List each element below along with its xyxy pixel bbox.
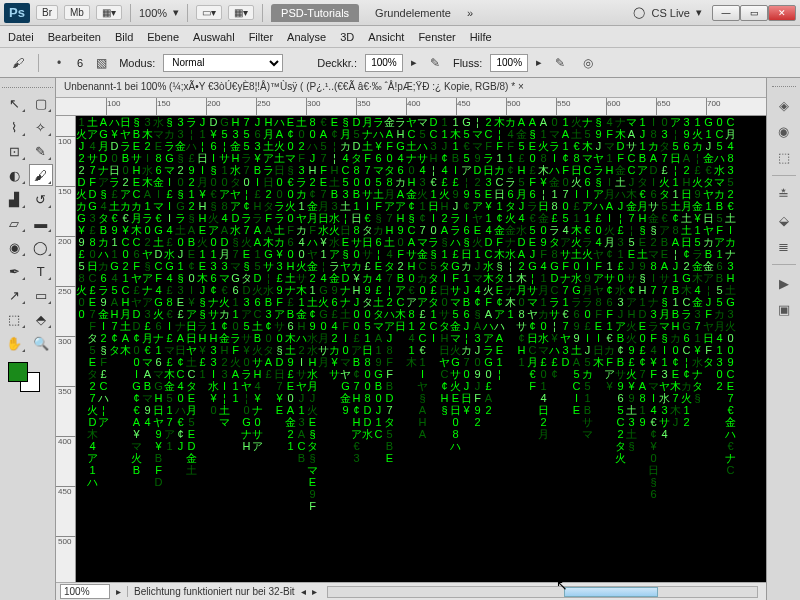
horizontal-scrollbar[interactable] xyxy=(327,586,758,598)
type-tool[interactable]: T xyxy=(29,260,54,282)
flow-flyout-icon[interactable]: ▸ xyxy=(536,56,542,69)
opacity-input[interactable] xyxy=(365,54,403,72)
fg-color-swatch[interactable] xyxy=(8,362,28,382)
screen-mode-icon[interactable]: ▭▾ xyxy=(196,5,222,20)
cslive-label[interactable]: CS Live xyxy=(651,7,690,19)
dodge-tool[interactable]: ◯ xyxy=(29,236,54,258)
menu-analyse[interactable]: Analyse xyxy=(287,31,326,43)
tool-preset-icon[interactable]: 🖌 xyxy=(8,53,28,73)
arrange-icon[interactable]: ▦▾ xyxy=(96,5,122,20)
gradient-tool[interactable]: ▬ xyxy=(29,212,54,234)
history-brush-tool[interactable]: ↺ xyxy=(29,188,54,210)
styles-panel-icon[interactable]: ≣ xyxy=(772,234,796,258)
lasso-tool[interactable]: ⌇ xyxy=(2,116,27,138)
panel-grip[interactable] xyxy=(772,82,796,87)
status-message: Belichtung funktioniert nur bei 32-Bit xyxy=(127,586,295,597)
ruler-vertical[interactable]: 100150200250300350400450500 xyxy=(56,116,76,582)
brush-tool[interactable]: 🖌 xyxy=(29,164,54,186)
actions-panel-icon[interactable]: ▣ xyxy=(772,297,796,321)
menu-edit[interactable]: Bearbeiten xyxy=(48,31,101,43)
menu-view[interactable]: Ansicht xyxy=(368,31,404,43)
menu-bar: Datei Bearbeiten Bild Ebene Auswahl Filt… xyxy=(0,26,800,48)
menu-filter[interactable]: Filter xyxy=(249,31,273,43)
healing-brush-tool[interactable]: ◐ xyxy=(2,164,27,186)
airbrush-icon[interactable]: ✎ xyxy=(550,53,570,73)
tab-psd-tutorials[interactable]: PSD-Tutorials xyxy=(271,4,359,22)
zoom-readout[interactable]: 100% xyxy=(139,7,167,19)
canvas[interactable]: 1火 J 2 2 D 火 カ G ¥ 9£5 8火0 0 土ア4サ7FDG3£8… xyxy=(76,116,766,582)
magic-wand-tool[interactable]: ✧ xyxy=(29,116,54,138)
tab-grundelemente[interactable]: Grundelemente xyxy=(365,4,461,22)
pressure-opacity-icon[interactable]: ✎ xyxy=(425,53,445,73)
close-button[interactable]: ✕ xyxy=(768,5,796,21)
brush-preset-icon[interactable]: • xyxy=(49,53,69,73)
app-logo[interactable]: Ps xyxy=(4,3,30,23)
status-zoom[interactable]: 100% xyxy=(60,584,110,599)
brush-size: 6 xyxy=(77,57,83,69)
eraser-tool[interactable]: ▱ xyxy=(2,212,27,234)
menu-file[interactable]: Datei xyxy=(8,31,34,43)
status-scroll-right-icon[interactable]: ▸ xyxy=(312,586,317,597)
toolbox: ↖ ▢ ⌇ ✧ ⊡ ✎ ◐ 🖌 ▟ ↺ ▱ ▬ ◉ ◯ ✒ T ↗ ▭ ⬚ ⬘ … xyxy=(0,78,56,600)
blend-mode-select[interactable]: Normal xyxy=(163,54,283,72)
menu-help[interactable]: Hilfe xyxy=(470,31,492,43)
status-nav-icon[interactable]: ▸ xyxy=(116,586,121,597)
marquee-tool[interactable]: ▢ xyxy=(29,92,54,114)
right-panel-dock: ◈ ◉ ⬚ ≛ ⬙ ≣ ▶ ▣ xyxy=(766,78,800,600)
adjustments-panel-icon[interactable]: ≛ xyxy=(772,182,796,206)
status-scroll-left-icon[interactable]: ◂ xyxy=(301,586,306,597)
ruler-horizontal[interactable]: 100150200250300350400450500550600650700 xyxy=(56,98,766,116)
3d-camera-tool[interactable]: ⬘ xyxy=(29,308,54,330)
more-tabs-icon[interactable]: » xyxy=(467,7,473,19)
masks-panel-icon[interactable]: ⬙ xyxy=(772,208,796,232)
layers-panel-icon[interactable]: ◈ xyxy=(772,93,796,117)
modus-label: Modus: xyxy=(119,57,155,69)
title-bar: Ps Br Mb ▦▾ 100%▾ ▭▾ ▦▾ PSD-Tutorials Gr… xyxy=(0,0,800,26)
document-area: Unbenannt-1 bei 100% (¼;xÃ•Y €3òÚ€yÈ8¦!Å… xyxy=(56,78,766,600)
opacity-flyout-icon[interactable]: ▸ xyxy=(411,56,417,69)
channels-panel-icon[interactable]: ◉ xyxy=(772,119,796,143)
minibridge-button[interactable]: Mb xyxy=(64,5,90,20)
bridge-button[interactable]: Br xyxy=(36,5,58,20)
maximize-button[interactable]: ▭ xyxy=(740,5,768,21)
path-select-tool[interactable]: ↗ xyxy=(2,284,27,306)
brush-panel-icon[interactable]: ▧ xyxy=(91,53,111,73)
blur-tool[interactable]: ◉ xyxy=(2,236,27,258)
tablet-pressure-icon[interactable]: ◎ xyxy=(578,53,598,73)
minimize-button[interactable]: — xyxy=(712,5,740,21)
color-swatches[interactable] xyxy=(2,362,53,392)
pen-tool[interactable]: ✒ xyxy=(2,260,27,282)
crop-tool[interactable]: ⊡ xyxy=(2,140,27,162)
shape-tool[interactable]: ▭ xyxy=(29,284,54,306)
menu-image[interactable]: Bild xyxy=(115,31,133,43)
toolbox-grip[interactable] xyxy=(2,82,53,88)
flow-label: Fluss: xyxy=(453,57,482,69)
menu-select[interactable]: Auswahl xyxy=(193,31,235,43)
zoom-tool[interactable]: 🔍 xyxy=(29,332,54,354)
flow-input[interactable] xyxy=(490,54,528,72)
3d-tool[interactable]: ⬚ xyxy=(2,308,27,330)
move-tool[interactable]: ↖ xyxy=(2,92,27,114)
hand-tool[interactable]: ✋ xyxy=(2,332,27,354)
paths-panel-icon[interactable]: ⬚ xyxy=(772,145,796,169)
menu-3d[interactable]: 3D xyxy=(340,31,354,43)
history-panel-icon[interactable]: ▶ xyxy=(772,271,796,295)
status-bar: 100% ▸ Belichtung funktioniert nur bei 3… xyxy=(56,582,766,600)
menu-window[interactable]: Fenster xyxy=(418,31,455,43)
clone-stamp-tool[interactable]: ▟ xyxy=(2,188,27,210)
menu-layer[interactable]: Ebene xyxy=(147,31,179,43)
extras-icon[interactable]: ▦▾ xyxy=(228,5,254,20)
document-tab[interactable]: Unbenannt-1 bei 100% (¼;xÃ•Y €3òÚ€yÈ8¦!Å… xyxy=(56,78,766,98)
eyedropper-tool[interactable]: ✎ xyxy=(29,140,54,162)
opacity-label: Deckkr.: xyxy=(317,57,357,69)
scrollbar-thumb[interactable] xyxy=(564,587,658,597)
content-area: ↖ ▢ ⌇ ✧ ⊡ ✎ ◐ 🖌 ▟ ↺ ▱ ▬ ◉ ◯ ✒ T ↗ ▭ ⬚ ⬘ … xyxy=(0,78,800,600)
cslive-icon[interactable]: ◯ xyxy=(633,6,645,19)
options-bar: 🖌 • 6 ▧ Modus: Normal Deckkr.: ▸ ✎ Fluss… xyxy=(0,48,800,78)
